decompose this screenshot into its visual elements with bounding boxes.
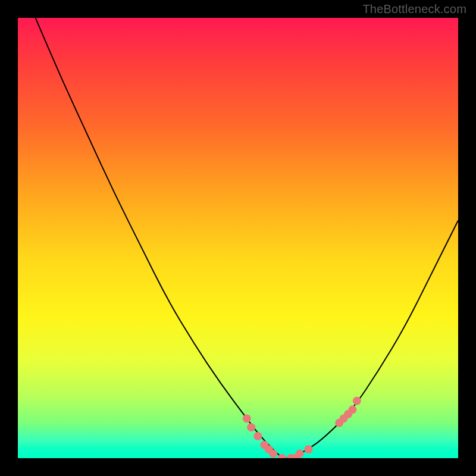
marker-dot [269,450,277,458]
chart-plot-area [18,18,458,458]
watermark-text: TheBottleneck.com [362,2,466,16]
marker-dot [243,414,251,422]
marker-dot [247,423,255,431]
bottleneck-curve [36,18,458,458]
chart-svg [18,18,458,458]
marker-group [243,397,361,458]
marker-dot [348,406,356,414]
marker-dot [353,397,361,405]
marker-dot [253,432,262,440]
marker-dot [304,445,312,453]
marker-dot [296,450,304,458]
